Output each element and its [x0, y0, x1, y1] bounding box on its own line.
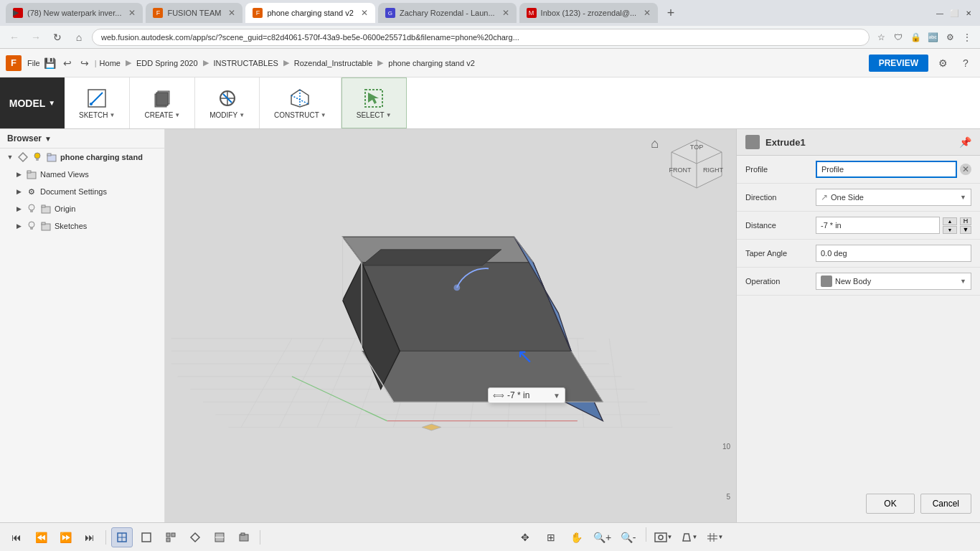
browser-tab-2[interactable]: F FUSION TEAM ✕ — [146, 3, 242, 23]
fit-tool-button[interactable]: ⊞ — [540, 527, 562, 547]
minimize-button[interactable]: — — [934, 7, 946, 19]
toolbar-separator-2 — [260, 530, 260, 545]
pan-tool-button[interactable]: ✋ — [566, 527, 588, 547]
ribbon-group-modify[interactable]: MODIFY ▼ — [195, 77, 260, 128]
zoom-out-button[interactable]: 🔍- — [618, 527, 639, 547]
address-input[interactable] — [92, 29, 870, 46]
tree-icon-root — [17, 151, 29, 163]
extension-icon-4[interactable]: ⚙ — [943, 30, 957, 44]
panel-row-direction: Direction ↗ One Side ▼ — [737, 184, 980, 212]
bookmark-icon[interactable]: ☆ — [874, 30, 888, 44]
ribbon-btn-select[interactable]: SELECT ▼ — [351, 83, 397, 123]
viewport-home-icon[interactable]: ⌂ — [651, 136, 659, 151]
breadcrumb-edd[interactable]: EDD Spring 2020 — [136, 59, 198, 67]
breadcrumb-rozendal[interactable]: Rozendal_Instructable — [294, 59, 372, 67]
reload-button[interactable]: ↻ — [49, 29, 66, 46]
tab-close-3[interactable]: ✕ — [361, 8, 368, 18]
tree-item-sketches[interactable]: ▶ Sketches — [0, 217, 164, 235]
view-cube[interactable]: TOP FRONT RIGHT — [664, 136, 729, 201]
breadcrumb-instructables[interactable]: INSTRUCTABLES — [214, 59, 278, 67]
toolbar-redo-icon[interactable]: ↪ — [77, 56, 92, 70]
new-tab-button[interactable]: + — [661, 3, 681, 23]
distance-v-button[interactable]: ▼ — [960, 226, 971, 234]
profile-input[interactable] — [816, 161, 957, 178]
ribbon-btn-construct[interactable]: CONSTRUCT ▼ — [268, 83, 332, 123]
file-menu[interactable]: File — [27, 59, 40, 67]
browser-tab-5[interactable]: M Inbox (123) - zrozendal@... ✕ — [519, 3, 658, 23]
distance-input[interactable] — [816, 217, 940, 234]
distance-decrement-button[interactable]: ▼ — [943, 226, 957, 234]
svg-rect-79 — [166, 533, 170, 537]
tab-close-1[interactable]: ✕ — [128, 8, 136, 18]
3d-viewport[interactable]: ↖ ⟺ ▼ ⌂ TOP FRONT RIGHT — [165, 129, 736, 522]
close-button[interactable]: ✕ — [963, 7, 974, 19]
distance-H-button[interactable]: H — [960, 217, 971, 225]
forward-button[interactable]: → — [27, 29, 44, 46]
taper-input[interactable] — [816, 245, 971, 262]
step-back-button[interactable]: ⏪ — [30, 527, 52, 547]
grid-options-button[interactable]: ▼ — [705, 527, 726, 547]
operation-select[interactable]: New Body ▼ — [816, 273, 971, 290]
extension-icon-3[interactable]: 🔤 — [925, 30, 940, 44]
step-forward-button[interactable]: ⏩ — [55, 527, 76, 547]
skip-to-start-button[interactable]: ⏮ — [6, 527, 27, 547]
display-mode-button-3[interactable] — [160, 527, 182, 547]
maximize-button[interactable]: ⬜ — [948, 7, 960, 19]
ribbon-group-create[interactable]: CREATE ▼ — [130, 77, 195, 128]
ribbon-group-select[interactable]: SELECT ▼ — [341, 77, 407, 128]
profile-clear-button[interactable]: ✕ — [960, 164, 971, 175]
move-tool-button[interactable]: ✥ — [514, 527, 536, 547]
home-button[interactable]: ⌂ — [70, 29, 88, 46]
tree-item-root[interactable]: ▼ phone charging stand — [0, 149, 164, 166]
tree-item-named-views[interactable]: ▶ Named Views — [0, 166, 164, 183]
ribbon-group-construct[interactable]: CONSTRUCT ▼ — [260, 77, 341, 128]
dim-dropdown-arrow[interactable]: ▼ — [553, 392, 560, 400]
toolbar-undo-icon[interactable]: ↩ — [60, 56, 75, 70]
tab-close-4[interactable]: ✕ — [502, 8, 509, 18]
display-mode-button-6[interactable] — [233, 527, 255, 547]
svg-line-63 — [362, 351, 393, 402]
tree-item-doc-settings[interactable]: ▶ ⚙ Document Settings — [0, 183, 164, 200]
ok-button[interactable]: OK — [866, 494, 914, 514]
direction-select[interactable]: ↗ One Side ▼ — [816, 189, 971, 206]
model-dropdown[interactable]: MODEL ▼ — [0, 77, 65, 128]
app-help-icon[interactable]: ? — [957, 55, 974, 72]
display-mode-button-5[interactable] — [209, 527, 230, 547]
browser-tab-3[interactable]: F phone charging stand v2 ✕ — [245, 3, 374, 23]
breadcrumb-file[interactable]: phone charging stand v2 — [388, 59, 474, 67]
browser-tab-4[interactable]: G Zachary Rozendal - Laun... ✕ — [378, 3, 517, 23]
extension-icon-2[interactable]: 🔒 — [908, 30, 923, 44]
dimension-input[interactable] — [507, 390, 550, 400]
cancel-button[interactable]: Cancel — [920, 494, 971, 514]
display-mode-button-2[interactable] — [136, 527, 157, 547]
tree-item-origin[interactable]: ▶ Origin — [0, 200, 164, 217]
distance-increment-button[interactable]: ▲ — [943, 217, 957, 225]
display-mode-button-4[interactable] — [184, 527, 206, 547]
svg-point-26 — [29, 222, 34, 227]
extension-icon-1[interactable]: 🛡 — [891, 30, 905, 44]
menu-icon[interactable]: ⋮ — [960, 30, 974, 44]
app-settings-icon[interactable]: ⚙ — [934, 55, 951, 72]
zoom-in-button[interactable]: 🔍+ — [592, 527, 613, 547]
perspective-button[interactable]: ▼ — [679, 527, 700, 547]
dimension-popup[interactable]: ⟺ ▼ — [488, 387, 565, 403]
edit-mode-button[interactable] — [111, 527, 133, 547]
ribbon-btn-modify[interactable]: MODIFY ▼ — [204, 83, 250, 123]
modify-label-row: MODIFY ▼ — [209, 111, 245, 119]
breadcrumb-home[interactable]: Home — [100, 59, 121, 67]
tree-label-doc-settings: Document Settings — [40, 187, 107, 196]
browser-tab-1[interactable]: ▶ (78) New waterpark inver... ✕ — [6, 3, 143, 23]
preview-button[interactable]: PREVIEW — [869, 55, 928, 72]
ribbon-btn-sketch[interactable]: SKETCH ▼ — [73, 83, 121, 123]
display-options-button[interactable]: ▼ — [653, 527, 674, 547]
tab-close-5[interactable]: ✕ — [644, 8, 651, 18]
browser-expand-icon[interactable]: ▼ — [44, 135, 52, 143]
panel-pin-icon[interactable]: 📌 — [959, 136, 971, 148]
ribbon-group-sketch[interactable]: SKETCH ▼ — [65, 77, 130, 128]
back-button[interactable]: ← — [6, 29, 23, 46]
tab-close-2[interactable]: ✕ — [228, 8, 235, 18]
skip-to-end-button[interactable]: ⏭ — [79, 527, 100, 547]
app-toolbar: F File 💾 ↩ ↪ | Home ▶ EDD Spring 2020 ▶ … — [0, 49, 980, 77]
toolbar-save-icon[interactable]: 💾 — [43, 56, 57, 70]
ribbon-btn-create[interactable]: CREATE ▼ — [138, 83, 186, 123]
